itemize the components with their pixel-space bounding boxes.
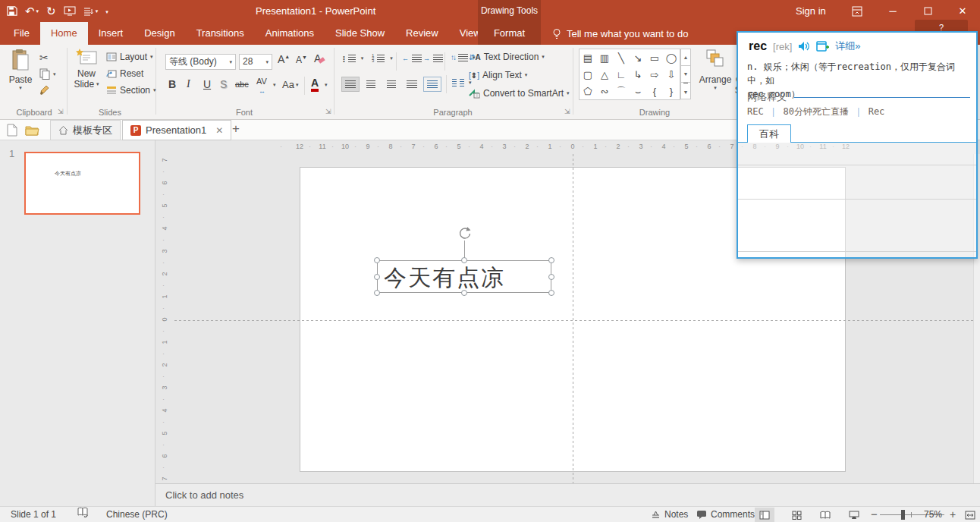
align-center-button[interactable] bbox=[362, 77, 380, 92]
shape-left-brace-icon[interactable]: { bbox=[653, 86, 656, 96]
add-to-wordbook-icon[interactable] bbox=[816, 41, 829, 52]
reading-view-button[interactable] bbox=[815, 508, 835, 522]
zoom-slider-thumb[interactable] bbox=[901, 510, 905, 520]
character-spacing-button[interactable]: AV↔ bbox=[256, 77, 267, 95]
decrease-indent-button[interactable]: ← bbox=[402, 55, 422, 62]
justify-button[interactable] bbox=[403, 77, 421, 92]
numbering-button[interactable]: 123▾ bbox=[372, 55, 393, 63]
touch-mode-icon[interactable]: ▾ bbox=[83, 0, 99, 22]
clipboard-dialog-launcher-icon[interactable]: ⇲ bbox=[58, 108, 64, 115]
save-icon[interactable] bbox=[6, 5, 17, 17]
tab-home[interactable]: Home bbox=[40, 22, 88, 45]
character-spacing-dropdown[interactable]: ▾ bbox=[273, 82, 276, 88]
zoom-out-button[interactable]: − bbox=[871, 507, 878, 522]
start-slideshow-icon[interactable] bbox=[64, 6, 76, 16]
notes-pane[interactable]: Click to add notes bbox=[155, 483, 980, 506]
section-button[interactable]: Section▾ bbox=[106, 85, 156, 96]
tab-animations[interactable]: Animations bbox=[255, 22, 325, 45]
customize-qat-icon[interactable]: ▾ bbox=[105, 0, 108, 23]
font-color-button[interactable]: A bbox=[311, 77, 319, 92]
slide-thumbnail[interactable]: 今天有点凉 bbox=[24, 152, 140, 215]
format-painter-icon[interactable] bbox=[39, 84, 51, 96]
shapes-more-button[interactable]: ▼ bbox=[680, 82, 691, 99]
paragraph-dialog-launcher-icon[interactable]: ⇲ bbox=[564, 108, 570, 115]
underline-button[interactable]: U bbox=[203, 78, 211, 90]
shape-triangle-icon[interactable]: △ bbox=[601, 70, 608, 80]
selection-handle[interactable] bbox=[548, 257, 554, 263]
increase-font-size-button[interactable]: A▲ bbox=[278, 53, 290, 65]
detail-link[interactable]: 详细» bbox=[835, 39, 860, 53]
shape-elbow-connector-icon[interactable]: ∟ bbox=[617, 70, 627, 80]
spell-check-icon[interactable] bbox=[77, 507, 89, 517]
language-indicator[interactable]: Chinese (PRC) bbox=[106, 507, 168, 522]
close-button[interactable]: ✕ bbox=[950, 0, 975, 22]
selection-handle[interactable] bbox=[374, 290, 380, 296]
open-folder-icon[interactable] bbox=[25, 124, 39, 136]
selection-handle[interactable] bbox=[548, 290, 554, 296]
paste-button[interactable]: Paste ▾ bbox=[6, 49, 35, 91]
bold-button[interactable]: B bbox=[168, 78, 176, 90]
selection-handle[interactable] bbox=[461, 290, 467, 296]
distribute-text-button[interactable] bbox=[423, 77, 441, 92]
selection-handle[interactable] bbox=[374, 274, 380, 280]
shape-arrow-icon[interactable]: ↘ bbox=[634, 53, 642, 63]
shape-elbow-arrow-connector-icon[interactable]: ↳ bbox=[634, 70, 642, 80]
normal-view-button[interactable] bbox=[755, 508, 774, 522]
speaker-icon[interactable] bbox=[798, 41, 810, 52]
shape-rounded-rectangle-icon[interactable]: ▢ bbox=[583, 70, 592, 80]
change-case-button[interactable]: Aa bbox=[282, 79, 294, 90]
decrease-font-size-button[interactable]: A▼ bbox=[296, 55, 307, 65]
convert-to-smartart-button[interactable]: Convert to SmartArt▾ bbox=[469, 88, 570, 99]
shapes-scroll-up-button[interactable]: ▲ bbox=[680, 49, 691, 66]
slide-show-button[interactable] bbox=[844, 508, 864, 522]
text-direction-button[interactable]: ⇵A Text Direction▾ bbox=[469, 52, 545, 62]
clear-formatting-button[interactable]: A bbox=[314, 52, 325, 64]
shape-freeform-icon[interactable]: ⬠ bbox=[583, 86, 592, 96]
copy-dropdown[interactable]: ▾ bbox=[53, 71, 56, 77]
shape-right-arrow-icon[interactable]: ⇨ bbox=[651, 70, 659, 80]
align-right-button[interactable] bbox=[382, 77, 400, 92]
align-left-button[interactable] bbox=[341, 77, 360, 92]
tab-baike[interactable]: 百科 bbox=[747, 124, 791, 143]
shape-arc-icon[interactable]: ⌒ bbox=[617, 86, 627, 96]
text-box-content[interactable]: 今天有点凉 bbox=[384, 263, 505, 294]
sign-in-link[interactable]: Sign in bbox=[796, 0, 826, 22]
tab-insert[interactable]: Insert bbox=[88, 22, 134, 45]
slide-sorter-view-button[interactable] bbox=[787, 508, 806, 522]
vertical-ruler[interactable]: 7·6·5·4·3·2·1·0·1·2·3·4·5·6·7 bbox=[155, 154, 174, 483]
increase-indent-button[interactable]: → bbox=[423, 55, 443, 62]
tab-slide-show[interactable]: Slide Show bbox=[325, 22, 395, 45]
copy-icon[interactable] bbox=[39, 68, 50, 80]
zoom-in-button[interactable]: + bbox=[950, 507, 956, 522]
bullets-button[interactable]: •••▾ bbox=[343, 55, 363, 62]
tab-presentation1[interactable]: P Presentation1 ✕ bbox=[122, 120, 231, 140]
minimize-button[interactable]: ─ bbox=[880, 0, 906, 22]
shape-down-arrow-icon[interactable]: ⇩ bbox=[667, 70, 676, 80]
shape-scribble-icon[interactable]: ∾ bbox=[601, 86, 609, 96]
horizontal-guide[interactable] bbox=[174, 320, 973, 321]
shape-text-box-icon[interactable]: ▤ bbox=[583, 53, 592, 63]
maximize-button[interactable] bbox=[915, 0, 941, 22]
italic-button[interactable]: I bbox=[187, 78, 190, 90]
close-tab-icon[interactable]: ✕ bbox=[215, 125, 223, 136]
vertical-guide[interactable] bbox=[573, 154, 573, 483]
selection-handle[interactable] bbox=[548, 274, 554, 280]
shape-right-brace-icon[interactable]: } bbox=[670, 86, 673, 96]
tab-transitions[interactable]: Transitions bbox=[186, 22, 255, 45]
font-color-dropdown[interactable]: ▾ bbox=[325, 82, 328, 88]
zoom-level[interactable]: 75% bbox=[924, 507, 942, 522]
change-case-dropdown[interactable]: ▾ bbox=[296, 82, 299, 88]
font-name-combo[interactable]: 等线 (Body)▾ bbox=[165, 54, 236, 70]
rotate-handle-icon[interactable] bbox=[457, 225, 473, 241]
cut-icon[interactable]: ✂ bbox=[39, 52, 49, 64]
font-size-combo[interactable]: 28▾ bbox=[239, 54, 272, 70]
tell-me-box[interactable]: Tell me what you want to do bbox=[552, 22, 688, 45]
selection-handle[interactable] bbox=[374, 257, 380, 263]
layout-button[interactable]: Layout▾ bbox=[106, 52, 153, 62]
shape-line-icon[interactable]: ╲ bbox=[618, 53, 624, 63]
new-document-icon[interactable] bbox=[6, 124, 17, 137]
reset-button[interactable]: Reset bbox=[106, 68, 143, 79]
shape-vertical-text-box-icon[interactable]: ▥ bbox=[600, 53, 609, 63]
tab-template-zone[interactable]: 模板专区 bbox=[50, 120, 121, 140]
tab-review[interactable]: Review bbox=[395, 22, 449, 45]
